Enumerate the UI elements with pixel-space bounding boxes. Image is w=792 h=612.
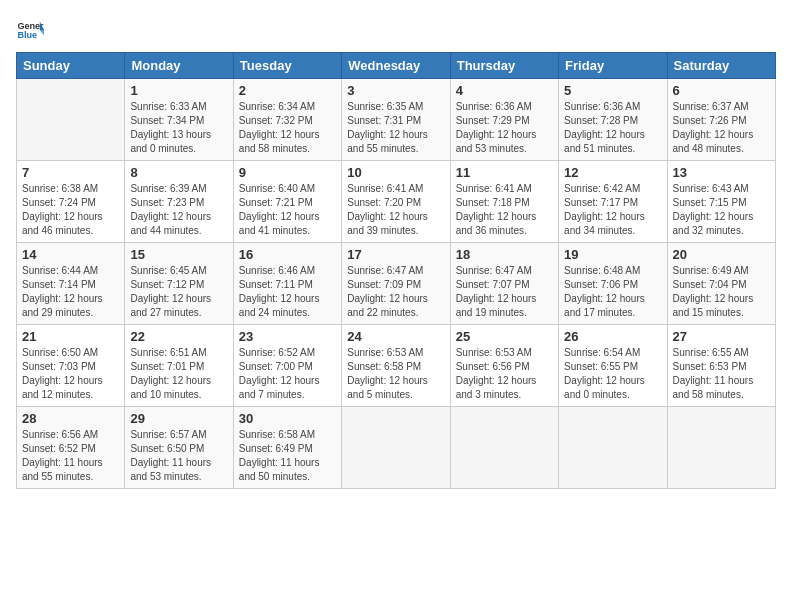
day-info: Sunrise: 6:41 AMSunset: 7:20 PMDaylight:…: [347, 182, 444, 238]
day-cell: 15Sunrise: 6:45 AMSunset: 7:12 PMDayligh…: [125, 243, 233, 325]
day-info: Sunrise: 6:49 AMSunset: 7:04 PMDaylight:…: [673, 264, 770, 320]
day-info: Sunrise: 6:37 AMSunset: 7:26 PMDaylight:…: [673, 100, 770, 156]
day-cell: [17, 79, 125, 161]
day-number: 23: [239, 329, 336, 344]
day-number: 18: [456, 247, 553, 262]
day-info: Sunrise: 6:54 AMSunset: 6:55 PMDaylight:…: [564, 346, 661, 402]
col-header-wednesday: Wednesday: [342, 53, 450, 79]
week-row-4: 21Sunrise: 6:50 AMSunset: 7:03 PMDayligh…: [17, 325, 776, 407]
day-number: 8: [130, 165, 227, 180]
week-row-2: 7Sunrise: 6:38 AMSunset: 7:24 PMDaylight…: [17, 161, 776, 243]
day-info: Sunrise: 6:58 AMSunset: 6:49 PMDaylight:…: [239, 428, 336, 484]
day-cell: [559, 407, 667, 489]
day-info: Sunrise: 6:46 AMSunset: 7:11 PMDaylight:…: [239, 264, 336, 320]
day-number: 19: [564, 247, 661, 262]
days-header-row: SundayMondayTuesdayWednesdayThursdayFrid…: [17, 53, 776, 79]
day-number: 29: [130, 411, 227, 426]
day-number: 10: [347, 165, 444, 180]
day-cell: 3Sunrise: 6:35 AMSunset: 7:31 PMDaylight…: [342, 79, 450, 161]
day-info: Sunrise: 6:47 AMSunset: 7:07 PMDaylight:…: [456, 264, 553, 320]
day-info: Sunrise: 6:34 AMSunset: 7:32 PMDaylight:…: [239, 100, 336, 156]
day-cell: 22Sunrise: 6:51 AMSunset: 7:01 PMDayligh…: [125, 325, 233, 407]
day-info: Sunrise: 6:56 AMSunset: 6:52 PMDaylight:…: [22, 428, 119, 484]
day-info: Sunrise: 6:38 AMSunset: 7:24 PMDaylight:…: [22, 182, 119, 238]
day-number: 30: [239, 411, 336, 426]
col-header-thursday: Thursday: [450, 53, 558, 79]
svg-text:Blue: Blue: [17, 30, 37, 40]
day-cell: 21Sunrise: 6:50 AMSunset: 7:03 PMDayligh…: [17, 325, 125, 407]
day-info: Sunrise: 6:44 AMSunset: 7:14 PMDaylight:…: [22, 264, 119, 320]
day-number: 17: [347, 247, 444, 262]
day-cell: [342, 407, 450, 489]
day-number: 26: [564, 329, 661, 344]
day-number: 22: [130, 329, 227, 344]
day-number: 14: [22, 247, 119, 262]
day-cell: 12Sunrise: 6:42 AMSunset: 7:17 PMDayligh…: [559, 161, 667, 243]
day-info: Sunrise: 6:53 AMSunset: 6:58 PMDaylight:…: [347, 346, 444, 402]
day-cell: 16Sunrise: 6:46 AMSunset: 7:11 PMDayligh…: [233, 243, 341, 325]
day-number: 2: [239, 83, 336, 98]
day-cell: 1Sunrise: 6:33 AMSunset: 7:34 PMDaylight…: [125, 79, 233, 161]
col-header-friday: Friday: [559, 53, 667, 79]
day-info: Sunrise: 6:36 AMSunset: 7:29 PMDaylight:…: [456, 100, 553, 156]
day-info: Sunrise: 6:51 AMSunset: 7:01 PMDaylight:…: [130, 346, 227, 402]
week-row-5: 28Sunrise: 6:56 AMSunset: 6:52 PMDayligh…: [17, 407, 776, 489]
day-info: Sunrise: 6:43 AMSunset: 7:15 PMDaylight:…: [673, 182, 770, 238]
col-header-sunday: Sunday: [17, 53, 125, 79]
day-cell: 23Sunrise: 6:52 AMSunset: 7:00 PMDayligh…: [233, 325, 341, 407]
day-cell: 25Sunrise: 6:53 AMSunset: 6:56 PMDayligh…: [450, 325, 558, 407]
day-cell: 13Sunrise: 6:43 AMSunset: 7:15 PMDayligh…: [667, 161, 775, 243]
day-number: 7: [22, 165, 119, 180]
day-cell: 18Sunrise: 6:47 AMSunset: 7:07 PMDayligh…: [450, 243, 558, 325]
day-number: 11: [456, 165, 553, 180]
day-cell: 14Sunrise: 6:44 AMSunset: 7:14 PMDayligh…: [17, 243, 125, 325]
day-info: Sunrise: 6:36 AMSunset: 7:28 PMDaylight:…: [564, 100, 661, 156]
day-number: 9: [239, 165, 336, 180]
week-row-3: 14Sunrise: 6:44 AMSunset: 7:14 PMDayligh…: [17, 243, 776, 325]
day-cell: 9Sunrise: 6:40 AMSunset: 7:21 PMDaylight…: [233, 161, 341, 243]
day-cell: 29Sunrise: 6:57 AMSunset: 6:50 PMDayligh…: [125, 407, 233, 489]
day-number: 6: [673, 83, 770, 98]
day-cell: 24Sunrise: 6:53 AMSunset: 6:58 PMDayligh…: [342, 325, 450, 407]
day-number: 3: [347, 83, 444, 98]
day-number: 20: [673, 247, 770, 262]
day-number: 16: [239, 247, 336, 262]
day-cell: 2Sunrise: 6:34 AMSunset: 7:32 PMDaylight…: [233, 79, 341, 161]
day-cell: 20Sunrise: 6:49 AMSunset: 7:04 PMDayligh…: [667, 243, 775, 325]
col-header-tuesday: Tuesday: [233, 53, 341, 79]
day-cell: 7Sunrise: 6:38 AMSunset: 7:24 PMDaylight…: [17, 161, 125, 243]
day-info: Sunrise: 6:52 AMSunset: 7:00 PMDaylight:…: [239, 346, 336, 402]
day-info: Sunrise: 6:40 AMSunset: 7:21 PMDaylight:…: [239, 182, 336, 238]
col-header-saturday: Saturday: [667, 53, 775, 79]
day-info: Sunrise: 6:35 AMSunset: 7:31 PMDaylight:…: [347, 100, 444, 156]
day-number: 15: [130, 247, 227, 262]
day-info: Sunrise: 6:39 AMSunset: 7:23 PMDaylight:…: [130, 182, 227, 238]
day-cell: 30Sunrise: 6:58 AMSunset: 6:49 PMDayligh…: [233, 407, 341, 489]
svg-marker-3: [40, 30, 44, 36]
day-number: 28: [22, 411, 119, 426]
day-cell: 11Sunrise: 6:41 AMSunset: 7:18 PMDayligh…: [450, 161, 558, 243]
day-cell: 27Sunrise: 6:55 AMSunset: 6:53 PMDayligh…: [667, 325, 775, 407]
day-number: 12: [564, 165, 661, 180]
day-cell: 26Sunrise: 6:54 AMSunset: 6:55 PMDayligh…: [559, 325, 667, 407]
day-number: 24: [347, 329, 444, 344]
day-info: Sunrise: 6:55 AMSunset: 6:53 PMDaylight:…: [673, 346, 770, 402]
page-header: General Blue: [16, 16, 776, 44]
day-number: 5: [564, 83, 661, 98]
day-info: Sunrise: 6:48 AMSunset: 7:06 PMDaylight:…: [564, 264, 661, 320]
day-cell: 6Sunrise: 6:37 AMSunset: 7:26 PMDaylight…: [667, 79, 775, 161]
day-cell: 4Sunrise: 6:36 AMSunset: 7:29 PMDaylight…: [450, 79, 558, 161]
day-cell: [450, 407, 558, 489]
logo: General Blue: [16, 16, 48, 44]
day-cell: 10Sunrise: 6:41 AMSunset: 7:20 PMDayligh…: [342, 161, 450, 243]
day-number: 4: [456, 83, 553, 98]
calendar-table: SundayMondayTuesdayWednesdayThursdayFrid…: [16, 52, 776, 489]
day-number: 21: [22, 329, 119, 344]
day-info: Sunrise: 6:57 AMSunset: 6:50 PMDaylight:…: [130, 428, 227, 484]
day-info: Sunrise: 6:47 AMSunset: 7:09 PMDaylight:…: [347, 264, 444, 320]
day-info: Sunrise: 6:45 AMSunset: 7:12 PMDaylight:…: [130, 264, 227, 320]
day-cell: 19Sunrise: 6:48 AMSunset: 7:06 PMDayligh…: [559, 243, 667, 325]
week-row-1: 1Sunrise: 6:33 AMSunset: 7:34 PMDaylight…: [17, 79, 776, 161]
day-number: 25: [456, 329, 553, 344]
day-info: Sunrise: 6:50 AMSunset: 7:03 PMDaylight:…: [22, 346, 119, 402]
